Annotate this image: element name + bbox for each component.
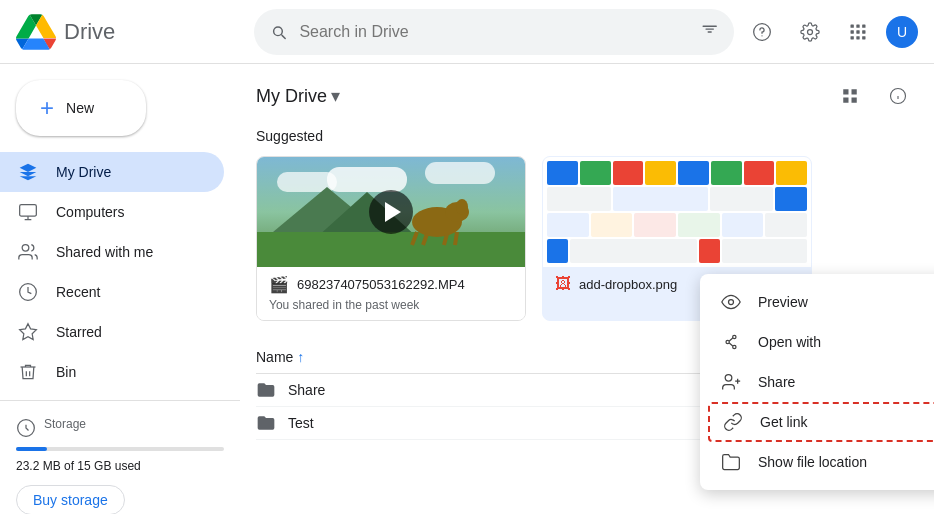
svg-rect-8 bbox=[851, 36, 854, 39]
menu-label-open-with: Open with bbox=[758, 334, 821, 350]
bin-icon bbox=[16, 360, 40, 384]
menu-label-show-location: Show file location bbox=[758, 454, 867, 470]
svg-rect-15 bbox=[843, 89, 848, 94]
sidebar-item-starred[interactable]: Starred bbox=[0, 312, 224, 352]
drive-logo-icon bbox=[16, 12, 56, 52]
menu-item-preview[interactable]: Preview bbox=[700, 282, 934, 322]
sidebar-item-my-drive[interactable]: My Drive bbox=[0, 152, 224, 192]
sidebar-item-computers[interactable]: Computers bbox=[0, 192, 224, 232]
computers-icon bbox=[16, 200, 40, 224]
header-actions: U bbox=[742, 12, 918, 52]
svg-point-32 bbox=[733, 345, 736, 348]
menu-label-share: Share bbox=[758, 374, 795, 390]
storage-bar bbox=[16, 447, 224, 451]
app-title: Drive bbox=[64, 19, 115, 45]
view-actions bbox=[830, 76, 918, 116]
svg-point-12 bbox=[22, 245, 29, 252]
cloud3 bbox=[425, 162, 495, 184]
sidebar-divider bbox=[0, 400, 240, 401]
grid-view-button[interactable] bbox=[830, 76, 870, 116]
folder-icon bbox=[256, 380, 276, 400]
new-button-label: New bbox=[66, 100, 94, 116]
link-icon bbox=[722, 412, 744, 432]
sidebar-item-label-computers: Computers bbox=[56, 204, 124, 220]
image-file-icon: 🖼 bbox=[555, 275, 571, 293]
suggested-label: Suggested bbox=[256, 124, 918, 144]
svg-rect-6 bbox=[856, 30, 859, 33]
svg-rect-5 bbox=[851, 30, 854, 33]
svg-rect-18 bbox=[852, 98, 857, 103]
sidebar-item-label-my-drive: My Drive bbox=[56, 164, 111, 180]
drive-title-area: My Drive ▾ bbox=[256, 85, 340, 107]
shared-icon bbox=[16, 240, 40, 264]
open-with-icon bbox=[720, 332, 742, 352]
menu-item-open-with[interactable]: Open with › bbox=[700, 322, 934, 362]
svg-marker-14 bbox=[20, 324, 37, 340]
sidebar: + New My Drive Computers bbox=[0, 64, 240, 514]
storage-icon bbox=[16, 418, 36, 438]
svg-rect-16 bbox=[852, 89, 857, 94]
storage-label: Storage bbox=[44, 417, 86, 431]
svg-rect-10 bbox=[862, 36, 865, 39]
svg-rect-11 bbox=[20, 205, 37, 217]
svg-line-24 bbox=[412, 232, 417, 245]
plus-icon: + bbox=[40, 94, 54, 122]
svg-rect-2 bbox=[851, 24, 854, 27]
svg-line-27 bbox=[455, 232, 457, 245]
help-button[interactable] bbox=[742, 12, 782, 52]
main-layout: + New My Drive Computers bbox=[0, 64, 934, 514]
main-content: My Drive ▾ Suggested bbox=[240, 64, 934, 514]
preview-icon bbox=[720, 292, 742, 312]
filter-icon[interactable] bbox=[701, 22, 718, 42]
search-bar[interactable] bbox=[254, 9, 734, 55]
menu-item-share[interactable]: Share bbox=[700, 362, 934, 402]
svg-rect-9 bbox=[856, 36, 859, 39]
app-header: Drive bbox=[0, 0, 934, 64]
svg-point-30 bbox=[726, 340, 729, 343]
sidebar-item-label-shared: Shared with me bbox=[56, 244, 153, 260]
svg-rect-17 bbox=[843, 98, 848, 103]
svg-point-31 bbox=[733, 335, 736, 338]
folder-icon bbox=[256, 413, 276, 433]
page-title: My Drive bbox=[256, 86, 327, 107]
video-file-icon: 🎬 bbox=[269, 275, 289, 294]
settings-button[interactable] bbox=[790, 12, 830, 52]
play-button[interactable] bbox=[369, 190, 413, 234]
my-drive-icon bbox=[16, 160, 40, 184]
file-card-video[interactable]: 🎬 6982374075053162292.MP4 You shared in … bbox=[256, 156, 526, 321]
sidebar-item-bin[interactable]: Bin bbox=[0, 352, 224, 392]
sidebar-item-label-bin: Bin bbox=[56, 364, 76, 380]
sidebar-item-label-starred: Starred bbox=[56, 324, 102, 340]
buy-storage-button[interactable]: Buy storage bbox=[16, 485, 125, 514]
play-triangle bbox=[385, 202, 401, 222]
info-button[interactable] bbox=[878, 76, 918, 116]
svg-rect-4 bbox=[862, 24, 865, 27]
sidebar-item-recent[interactable]: Recent bbox=[0, 272, 224, 312]
card-name-dropbox: add-dropbox.png bbox=[579, 277, 677, 292]
share-icon bbox=[720, 372, 742, 392]
dropbox-thumbnail bbox=[543, 157, 811, 267]
sidebar-item-shared[interactable]: Shared with me bbox=[0, 232, 224, 272]
apps-button[interactable] bbox=[838, 12, 878, 52]
card-date-video: You shared in the past week bbox=[269, 298, 513, 312]
svg-point-28 bbox=[456, 199, 468, 215]
svg-point-29 bbox=[729, 300, 734, 305]
storage-section: Storage 23.2 MB of 15 GB used Buy storag… bbox=[0, 409, 240, 514]
menu-item-show-location[interactable]: Show file location bbox=[700, 442, 934, 482]
menu-label-preview: Preview bbox=[758, 294, 808, 310]
svg-line-25 bbox=[423, 234, 427, 245]
menu-label-get-link: Get link bbox=[760, 414, 807, 430]
card-name-row-video: 🎬 6982374075053162292.MP4 bbox=[269, 275, 513, 294]
svg-point-33 bbox=[725, 375, 732, 382]
card-name-video: 6982374075053162292.MP4 bbox=[297, 277, 465, 292]
title-dropdown-chevron[interactable]: ▾ bbox=[331, 85, 340, 107]
menu-item-get-link[interactable]: Get link ↖ bbox=[708, 402, 934, 442]
avatar[interactable]: U bbox=[886, 16, 918, 48]
search-input[interactable] bbox=[299, 23, 688, 41]
svg-rect-3 bbox=[856, 24, 859, 27]
new-button[interactable]: + New bbox=[16, 80, 146, 136]
context-menu: Preview Open with › bbox=[700, 274, 934, 490]
svg-point-1 bbox=[761, 35, 762, 36]
card-info-video: 🎬 6982374075053162292.MP4 You shared in … bbox=[257, 267, 525, 320]
recent-icon bbox=[16, 280, 40, 304]
